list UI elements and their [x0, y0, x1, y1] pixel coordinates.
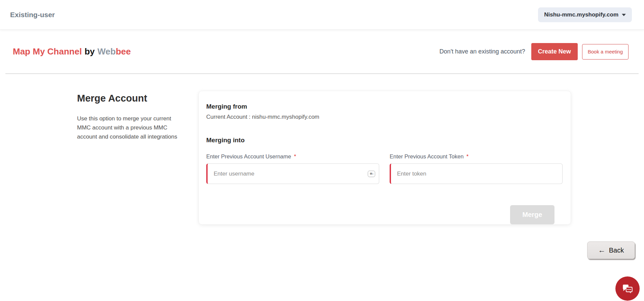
merge-intro: Merge Account Use this option to merge y… [77, 93, 184, 141]
token-label: Enter Previous Account Token [390, 153, 464, 159]
merging-into-heading: Merging into [206, 137, 563, 144]
chevron-down-icon [622, 14, 626, 16]
brand-name: Map My Channel [13, 46, 82, 57]
store-selector-dropdown[interactable]: Nishu-mmc.myshopify.com [538, 7, 632, 22]
token-field-group: Enter Previous Account Token * [390, 153, 563, 184]
autofill-extension-icon: ✱ı [368, 171, 375, 177]
username-input[interactable] [206, 163, 379, 184]
brand-logo: Map My Channel by Web bee [13, 46, 131, 57]
header-divider [5, 73, 639, 74]
token-input-wrap [390, 163, 563, 184]
page: Existing-user Nishu-mmc.myshopify.com Ma… [0, 0, 644, 301]
header-actions: Don't have an existing account? Create N… [439, 43, 629, 60]
back-arrow-icon: ← [598, 247, 606, 254]
book-meeting-button[interactable]: Book a meeting [582, 44, 629, 60]
page-title: Existing-user [10, 11, 55, 19]
chat-widget-button[interactable] [615, 276, 640, 301]
username-label: Enter Previous Account Username [206, 153, 291, 159]
token-input[interactable] [390, 163, 563, 184]
create-new-button[interactable]: Create New [531, 43, 578, 60]
topbar: Existing-user Nishu-mmc.myshopify.com [0, 0, 644, 30]
username-input-wrap: ✱ı [206, 163, 379, 184]
back-button-label: Back [609, 247, 624, 254]
merge-card: Merging from Current Account : nishu-mmc… [199, 91, 571, 225]
username-field-group: Enter Previous Account Username * ✱ı [206, 153, 379, 184]
required-asterisk: * [294, 154, 296, 159]
account-prompt-text: Don't have an existing account? [439, 48, 525, 55]
brand-vendor-red: bee [116, 46, 131, 57]
merge-form-row: Enter Previous Account Username * ✱ı Ent… [206, 153, 563, 184]
brand-vendor-gray: Web [97, 46, 115, 57]
current-account-text: Current Account : nishu-mmc.myshopify.co… [206, 114, 563, 120]
back-button[interactable]: ← Back [587, 241, 635, 259]
required-asterisk: * [466, 154, 468, 159]
brand-by: by [84, 46, 95, 57]
app-header: Map My Channel by Web bee Don't have an … [0, 30, 644, 73]
section-description: Use this option to merge your current MM… [77, 114, 184, 141]
section-title: Merge Account [77, 93, 184, 104]
merge-button[interactable]: Merge [510, 205, 554, 224]
chat-bubbles-icon [620, 281, 635, 296]
store-selector-label: Nishu-mmc.myshopify.com [544, 11, 618, 18]
merging-from-heading: Merging from [206, 103, 563, 110]
